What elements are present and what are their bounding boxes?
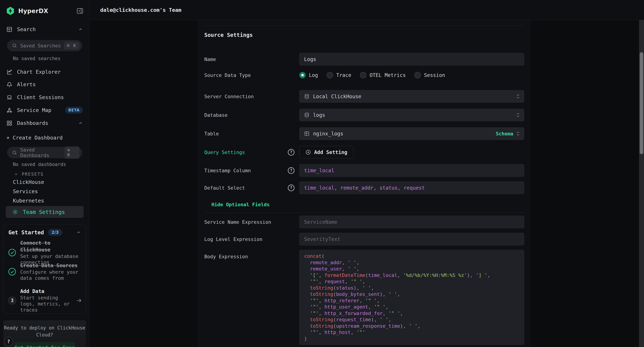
- brand-name: HyperDX: [18, 8, 48, 14]
- form-row-body-expression: Body Expression concat( remote_addr, ' '…: [204, 250, 524, 345]
- sidebar-item-alerts[interactable]: Alerts: [6, 80, 83, 89]
- sidebar-item-search[interactable]: Search: [6, 25, 83, 34]
- source-settings-panel: Source Settings Name Source Data Type: [198, 20, 530, 347]
- saved-dashboards-placeholder: Saved Dashboards: [20, 147, 64, 158]
- presets-toggle[interactable]: PRESETS: [14, 171, 44, 178]
- no-saved-searches-text: No saved searches: [13, 56, 60, 61]
- form-row-default-select: Default Select ? time_local, remote_addr…: [204, 182, 524, 194]
- help-icon[interactable]: ?: [288, 167, 294, 174]
- cloud-promo-text-line2: Cloud?: [3, 332, 86, 338]
- database-select[interactable]: logs: [299, 109, 524, 121]
- get-started-step-2[interactable]: Create Data Sources Configure where your…: [8, 262, 82, 281]
- radio-icon: [414, 72, 421, 78]
- timestamp-column-input[interactable]: time_local: [299, 164, 524, 177]
- scrollbar-thumb[interactable]: [640, 52, 643, 154]
- saved-searches-placeholder: Saved Searches: [20, 43, 61, 48]
- step-title: Create Data Sources: [20, 262, 79, 269]
- arrow-right-icon[interactable]: [76, 298, 82, 304]
- top-bar: dale@clickhouse.com's Team: [90, 0, 644, 20]
- get-started-step-1[interactable]: Connect to ClickHouse Set up your databa…: [8, 240, 82, 266]
- form-row-hide-optional: Hide Optional Fields: [204, 201, 524, 208]
- select-chevrons-icon: [516, 131, 520, 136]
- help-icon[interactable]: ?: [288, 184, 294, 191]
- table-icon: [6, 26, 12, 32]
- step-title: Connect to ClickHouse: [20, 240, 79, 253]
- database-icon: [304, 112, 310, 118]
- preset-kubernetes[interactable]: Kubernetes: [13, 197, 44, 204]
- name-label: Name: [204, 56, 288, 62]
- form-row-source-data-type: Source Data Type Log Trace: [204, 71, 524, 79]
- radio-otel-metrics[interactable]: OTEL Metrics: [360, 72, 406, 78]
- sidebar-item-dashboards[interactable]: Dashboards: [6, 119, 83, 127]
- preset-services[interactable]: Services: [13, 188, 38, 195]
- scrollbar-track[interactable]: [639, 20, 644, 347]
- database-label: Database: [204, 112, 288, 118]
- radio-session[interactable]: Session: [414, 72, 445, 78]
- team-title: dale@clickhouse.com's Team: [100, 7, 182, 13]
- create-dashboard-label: + Create Dashboard: [6, 135, 62, 141]
- step-number-badge: 3: [8, 296, 16, 304]
- server-connection-select[interactable]: Local ClickHouse: [299, 90, 524, 103]
- preset-clickhouse[interactable]: ClickHouse: [13, 178, 44, 186]
- search-icon: [12, 43, 17, 48]
- get-started-card: Get Started 2/3 Connect to ClickHouse Se…: [3, 224, 86, 314]
- table-select[interactable]: nginx_logs Schema: [299, 127, 524, 140]
- shortcut-badge: ⌘ K: [64, 42, 80, 49]
- add-setting-button[interactable]: Add Setting: [299, 146, 354, 158]
- sidebar-item-team-settings[interactable]: Team Settings: [6, 206, 84, 218]
- beta-badge: BETA: [65, 107, 83, 114]
- radio-log[interactable]: Log: [299, 72, 318, 78]
- sidebar-item-service-map[interactable]: Service Map BETA: [6, 106, 83, 114]
- question-mark-icon: ?: [7, 339, 10, 344]
- form-row-table: Table nginx_logs Schema: [204, 127, 524, 140]
- team-settings-label: Team Settings: [23, 209, 65, 215]
- plus-circle-icon: [306, 150, 311, 155]
- form-row-database: Database logs: [204, 109, 524, 121]
- saved-searches-input[interactable]: Saved Searches ⌘ K: [7, 40, 82, 51]
- help-button[interactable]: ?: [4, 337, 13, 346]
- body-expression-code[interactable]: concat( remote_addr, ' ', remote_user, '…: [299, 250, 524, 345]
- database-value: logs: [313, 112, 325, 118]
- get-started-header[interactable]: Get Started 2/3: [8, 229, 81, 236]
- schema-button[interactable]: Schema: [496, 131, 513, 136]
- check-circle-icon: [8, 268, 16, 276]
- presets-label: PRESETS: [22, 172, 44, 177]
- chart-icon: [6, 69, 12, 75]
- table-label: Table: [204, 131, 288, 136]
- sidebar-item-chart-explorer[interactable]: Chart Explorer: [6, 68, 83, 76]
- saved-dashboards-input[interactable]: Saved Dashboards ⌘ K: [7, 147, 82, 158]
- progress-badge: 2/3: [48, 229, 62, 236]
- sidebar: HyperDX Search Saved Searches ⌘ K No sav…: [0, 0, 90, 347]
- chevron-up-icon[interactable]: [76, 230, 81, 235]
- source-data-type-label: Source Data Type: [204, 72, 288, 78]
- name-input[interactable]: [299, 53, 524, 66]
- brand-row: HyperDX: [6, 5, 84, 17]
- service-name-input[interactable]: [299, 216, 524, 228]
- sidebar-item-client-sessions[interactable]: Client Sessions: [6, 93, 83, 102]
- section-divider: [204, 26, 524, 26]
- radio-icon: [360, 72, 366, 78]
- form-row-log-level: Log Level Expression: [204, 233, 524, 246]
- select-chevrons-icon: [516, 94, 520, 99]
- shortcut-badge: ⌘ K: [64, 146, 80, 159]
- get-started-title: Get Started: [8, 229, 44, 236]
- create-dashboard-button[interactable]: + Create Dashboard: [6, 134, 83, 142]
- radio-trace[interactable]: Trace: [327, 72, 351, 78]
- get-started-free-button[interactable]: Get Started for Free: [14, 342, 75, 347]
- server-connection-value: Local ClickHouse: [313, 94, 361, 100]
- sidebar-item-label: Search: [17, 26, 36, 32]
- chevron-up-icon[interactable]: [78, 27, 83, 32]
- default-select-input[interactable]: time_local, remote_addr, status, request: [299, 182, 524, 194]
- no-saved-dashboards-text: No saved dashboards: [13, 162, 66, 167]
- help-icon[interactable]: ?: [288, 149, 294, 156]
- form-row-server-connection: Server Connection Local ClickHouse: [204, 90, 524, 103]
- cloud-promo-text-line1: Ready to deploy on ClickHouse: [3, 324, 86, 332]
- sidebar-item-label: Service Map: [17, 107, 51, 113]
- hide-optional-fields-link[interactable]: Hide Optional Fields: [212, 202, 270, 207]
- step-desc: Start sending logs, metrics, or traces: [20, 295, 72, 313]
- get-started-step-3[interactable]: 3 Add Data Start sending logs, metrics, …: [8, 288, 82, 313]
- chevron-up-icon[interactable]: [78, 121, 83, 126]
- log-level-input[interactable]: [299, 233, 524, 246]
- chevron-down-icon: [14, 172, 18, 176]
- collapse-sidebar-button[interactable]: [76, 8, 84, 14]
